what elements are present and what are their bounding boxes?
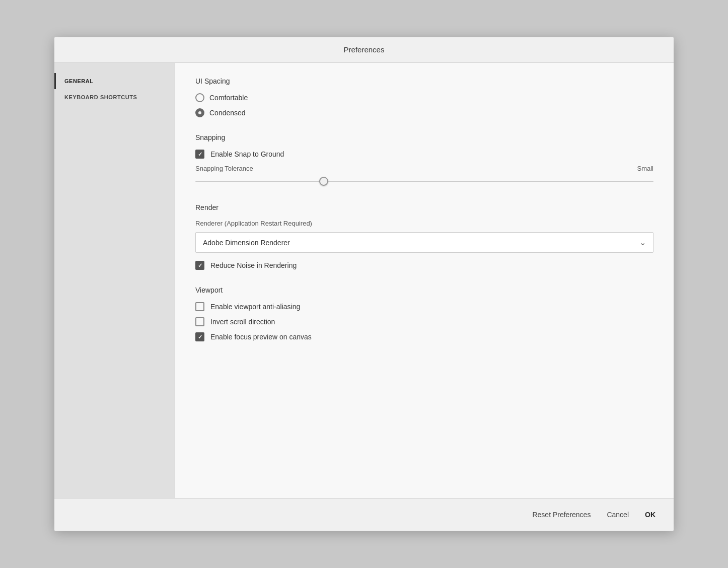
renderer-dropdown-value: Adobe Dimension Renderer	[203, 239, 290, 247]
ui-spacing-section: UI Spacing Comfortable Condensed	[195, 77, 653, 117]
viewport-title: Viewport	[195, 286, 653, 294]
snap-to-ground-checkbox-box	[195, 150, 204, 159]
sidebar: GENERAL KEYBOARD SHORTCUTS	[54, 63, 175, 498]
focus-preview-checkbox[interactable]: Enable focus preview on canvas	[195, 332, 653, 341]
reduce-noise-checkbox[interactable]: Reduce Noise in Rendering	[195, 261, 653, 270]
snap-to-ground-label: Enable Snap to Ground	[210, 150, 284, 158]
radio-comfortable[interactable]: Comfortable	[195, 93, 653, 102]
anti-aliasing-checkbox-box	[195, 302, 204, 311]
invert-scroll-checkbox[interactable]: Invert scroll direction	[195, 317, 653, 326]
chevron-down-icon: ⌄	[639, 238, 646, 247]
radio-circle-comfortable	[195, 93, 204, 102]
radio-circle-condensed	[195, 108, 204, 117]
renderer-label: Renderer (Application Restart Required)	[195, 220, 653, 227]
cancel-button[interactable]: Cancel	[605, 508, 631, 522]
slider-track	[195, 181, 653, 182]
radio-label-condensed: Condensed	[209, 109, 246, 117]
snapping-tolerance-value: Small	[637, 165, 653, 172]
dialog-body: GENERAL KEYBOARD SHORTCUTS UI Spacing Co…	[54, 63, 674, 498]
dialog-title: Preferences	[344, 45, 385, 54]
main-content: UI Spacing Comfortable Condensed Snappin…	[175, 63, 674, 498]
render-title: Render	[195, 203, 653, 211]
ui-spacing-radio-group: Comfortable Condensed	[195, 93, 653, 117]
slider-thumb[interactable]	[319, 177, 328, 186]
reduce-noise-label: Reduce Noise in Rendering	[210, 261, 297, 269]
sidebar-item-general[interactable]: GENERAL	[54, 73, 175, 89]
anti-aliasing-checkbox[interactable]: Enable viewport anti-aliasing	[195, 302, 653, 311]
snap-to-ground-checkbox[interactable]: Enable Snap to Ground	[195, 150, 653, 159]
radio-label-comfortable: Comfortable	[209, 94, 248, 102]
snapping-section: Snapping Enable Snap to Ground Snapping …	[195, 133, 653, 187]
snapping-tolerance-slider[interactable]	[195, 175, 653, 187]
reduce-noise-checkbox-box	[195, 261, 204, 270]
render-section: Render Renderer (Application Restart Req…	[195, 203, 653, 270]
invert-scroll-checkbox-box	[195, 317, 204, 326]
focus-preview-label: Enable focus preview on canvas	[210, 333, 312, 341]
focus-preview-checkbox-box	[195, 332, 204, 341]
viewport-section: Viewport Enable viewport anti-aliasing I…	[195, 286, 653, 341]
ok-button[interactable]: OK	[643, 508, 658, 522]
dialog-footer: Reset Preferences Cancel OK	[54, 498, 674, 531]
snapping-title: Snapping	[195, 133, 653, 141]
renderer-dropdown[interactable]: Adobe Dimension Renderer ⌄	[195, 232, 653, 253]
snapping-tolerance-label: Snapping Tolerance	[195, 165, 253, 172]
dialog-header: Preferences	[54, 37, 674, 63]
preferences-dialog: Preferences GENERAL KEYBOARD SHORTCUTS U…	[54, 37, 674, 531]
radio-condensed[interactable]: Condensed	[195, 108, 653, 117]
snapping-tolerance-row: Snapping Tolerance Small	[195, 165, 653, 172]
sidebar-item-keyboard-shortcuts[interactable]: KEYBOARD SHORTCUTS	[54, 89, 175, 105]
reset-preferences-button[interactable]: Reset Preferences	[530, 508, 593, 522]
invert-scroll-label: Invert scroll direction	[210, 318, 275, 326]
anti-aliasing-label: Enable viewport anti-aliasing	[210, 303, 300, 311]
ui-spacing-title: UI Spacing	[195, 77, 653, 85]
